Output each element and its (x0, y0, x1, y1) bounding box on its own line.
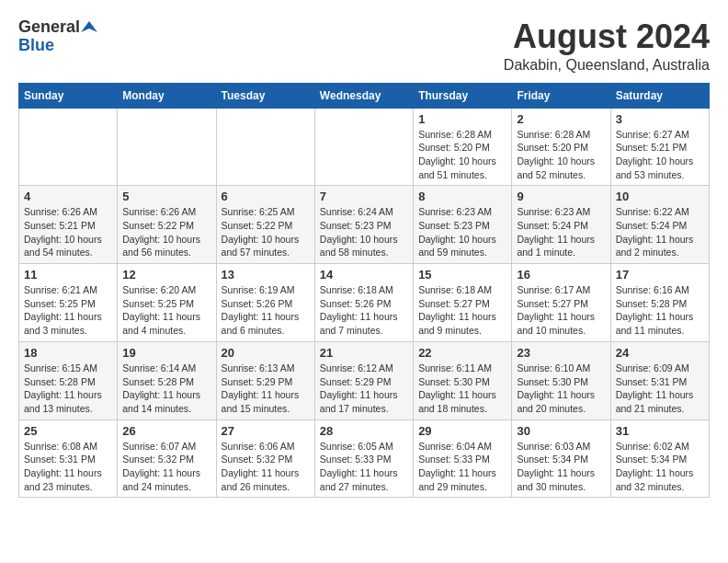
day-number: 20 (222, 346, 310, 360)
sunset-label: Sunset: 5:31 PM (616, 376, 688, 387)
sunrise-label: Sunrise: 6:03 AM (517, 441, 590, 452)
daylight-label: Daylight: 11 hours and 10 minutes. (517, 311, 595, 336)
day-number: 12 (122, 268, 210, 282)
calendar-cell: 31Sunrise: 6:02 AMSunset: 5:34 PMDayligh… (610, 419, 709, 498)
column-header-sunday: Sunday (19, 83, 118, 108)
calendar-cell: 3Sunrise: 6:27 AMSunset: 5:21 PMDaylight… (610, 108, 709, 186)
sunrise-label: Sunrise: 6:23 AM (517, 206, 590, 217)
calendar-cell: 7Sunrise: 6:24 AMSunset: 5:23 PMDaylight… (314, 186, 413, 264)
daylight-label: Daylight: 11 hours and 15 minutes. (222, 389, 300, 414)
sunrise-label: Sunrise: 6:28 AM (418, 129, 492, 140)
sunset-label: Sunset: 5:27 PM (418, 298, 490, 309)
logo: General Blue (18, 18, 97, 55)
calendar-cell: 14Sunrise: 6:18 AMSunset: 5:26 PMDayligh… (314, 264, 413, 342)
day-info: Sunrise: 6:09 AMSunset: 5:31 PMDaylight:… (616, 362, 704, 416)
calendar-cell: 24Sunrise: 6:09 AMSunset: 5:31 PMDayligh… (610, 341, 709, 419)
day-info: Sunrise: 6:13 AMSunset: 5:29 PMDaylight:… (222, 362, 310, 416)
calendar-cell: 17Sunrise: 6:16 AMSunset: 5:28 PMDayligh… (610, 264, 709, 342)
calendar-cell: 13Sunrise: 6:19 AMSunset: 5:26 PMDayligh… (216, 264, 314, 342)
calendar-cell: 12Sunrise: 6:20 AMSunset: 5:25 PMDayligh… (118, 264, 216, 342)
daylight-label: Daylight: 11 hours and 14 minutes. (122, 389, 200, 414)
sunrise-label: Sunrise: 6:07 AM (122, 441, 196, 452)
calendar-cell: 5Sunrise: 6:26 AMSunset: 5:22 PMDaylight… (118, 186, 216, 264)
daylight-label: Daylight: 10 hours and 54 minutes. (24, 234, 102, 259)
calendar-cell: 25Sunrise: 6:08 AMSunset: 5:31 PMDayligh… (19, 419, 118, 498)
sunset-label: Sunset: 5:32 PM (122, 454, 194, 465)
calendar-cell: 23Sunrise: 6:10 AMSunset: 5:30 PMDayligh… (512, 341, 610, 419)
sunset-label: Sunset: 5:22 PM (122, 220, 194, 231)
sunrise-label: Sunrise: 6:28 AM (517, 129, 590, 140)
sunrise-label: Sunrise: 6:16 AM (616, 284, 689, 295)
daylight-label: Daylight: 11 hours and 26 minutes. (222, 467, 300, 492)
sunset-label: Sunset: 5:25 PM (122, 298, 194, 309)
sunset-label: Sunset: 5:26 PM (222, 298, 293, 309)
daylight-label: Daylight: 11 hours and 21 minutes. (616, 389, 694, 414)
sunrise-label: Sunrise: 6:12 AM (320, 362, 393, 373)
day-number: 31 (616, 424, 704, 438)
calendar-cell: 11Sunrise: 6:21 AMSunset: 5:25 PMDayligh… (19, 264, 118, 342)
daylight-label: Daylight: 11 hours and 3 minutes. (24, 311, 102, 336)
daylight-label: Daylight: 10 hours and 52 minutes. (517, 155, 595, 180)
calendar-cell: 8Sunrise: 6:23 AMSunset: 5:23 PMDaylight… (414, 186, 512, 264)
day-info: Sunrise: 6:12 AMSunset: 5:29 PMDaylight:… (320, 362, 408, 416)
day-info: Sunrise: 6:04 AMSunset: 5:33 PMDaylight:… (418, 440, 506, 494)
sunset-label: Sunset: 5:24 PM (616, 220, 688, 231)
svg-marker-0 (81, 21, 97, 32)
day-number: 1 (418, 112, 506, 126)
day-number: 2 (517, 112, 605, 126)
day-info: Sunrise: 6:15 AMSunset: 5:28 PMDaylight:… (24, 362, 112, 416)
sunset-label: Sunset: 5:33 PM (418, 454, 490, 465)
sunrise-label: Sunrise: 6:05 AM (320, 441, 393, 452)
daylight-label: Daylight: 11 hours and 1 minute. (517, 234, 595, 259)
sunrise-label: Sunrise: 6:15 AM (24, 362, 97, 373)
sunset-label: Sunset: 5:20 PM (517, 142, 588, 153)
sunrise-label: Sunrise: 6:18 AM (418, 284, 492, 295)
day-info: Sunrise: 6:03 AMSunset: 5:34 PMDaylight:… (517, 440, 605, 494)
sunrise-label: Sunrise: 6:17 AM (517, 284, 590, 295)
sunrise-label: Sunrise: 6:21 AM (24, 284, 97, 295)
daylight-label: Daylight: 11 hours and 7 minutes. (320, 311, 398, 336)
sunset-label: Sunset: 5:28 PM (122, 376, 194, 387)
calendar-cell: 15Sunrise: 6:18 AMSunset: 5:27 PMDayligh… (414, 264, 512, 342)
calendar-cell: 29Sunrise: 6:04 AMSunset: 5:33 PMDayligh… (414, 419, 512, 498)
sunrise-label: Sunrise: 6:02 AM (616, 441, 689, 452)
daylight-label: Daylight: 11 hours and 4 minutes. (122, 311, 200, 336)
calendar-cell (314, 108, 413, 186)
calendar-cell: 26Sunrise: 6:07 AMSunset: 5:32 PMDayligh… (118, 419, 216, 498)
day-info: Sunrise: 6:27 AMSunset: 5:21 PMDaylight:… (616, 128, 704, 182)
day-info: Sunrise: 6:05 AMSunset: 5:33 PMDaylight:… (320, 440, 408, 494)
sunrise-label: Sunrise: 6:19 AM (222, 284, 295, 295)
day-number: 15 (418, 268, 506, 282)
daylight-label: Daylight: 10 hours and 57 minutes. (222, 234, 300, 259)
sunset-label: Sunset: 5:26 PM (320, 298, 392, 309)
calendar-cell: 10Sunrise: 6:22 AMSunset: 5:24 PMDayligh… (610, 186, 709, 264)
day-info: Sunrise: 6:19 AMSunset: 5:26 PMDaylight:… (222, 283, 310, 338)
day-info: Sunrise: 6:14 AMSunset: 5:28 PMDaylight:… (122, 362, 210, 416)
daylight-label: Daylight: 11 hours and 11 minutes. (616, 311, 694, 336)
month-title: August 2024 (504, 18, 710, 55)
sunrise-label: Sunrise: 6:14 AM (122, 362, 196, 373)
day-number: 16 (517, 268, 605, 282)
sunrise-label: Sunrise: 6:26 AM (122, 206, 196, 217)
daylight-label: Daylight: 10 hours and 51 minutes. (418, 155, 496, 180)
sunrise-label: Sunrise: 6:26 AM (24, 206, 97, 217)
day-info: Sunrise: 6:28 AMSunset: 5:20 PMDaylight:… (418, 128, 506, 182)
sunset-label: Sunset: 5:34 PM (517, 454, 588, 465)
day-info: Sunrise: 6:07 AMSunset: 5:32 PMDaylight:… (122, 440, 210, 494)
sunset-label: Sunset: 5:30 PM (418, 376, 490, 387)
sunset-label: Sunset: 5:33 PM (320, 454, 392, 465)
sunrise-label: Sunrise: 6:09 AM (616, 362, 689, 373)
sunset-label: Sunset: 5:31 PM (24, 454, 96, 465)
daylight-label: Daylight: 11 hours and 24 minutes. (122, 467, 200, 492)
week-row-4: 18Sunrise: 6:15 AMSunset: 5:28 PMDayligh… (19, 341, 710, 419)
week-row-2: 4Sunrise: 6:26 AMSunset: 5:21 PMDaylight… (19, 186, 710, 264)
day-number: 10 (616, 190, 704, 203)
daylight-label: Daylight: 11 hours and 23 minutes. (24, 467, 102, 492)
day-info: Sunrise: 6:25 AMSunset: 5:22 PMDaylight:… (222, 205, 310, 259)
logo-blue: Blue (18, 37, 97, 55)
location-title: Dakabin, Queensland, Australia (504, 57, 710, 74)
title-area: August 2024 Dakabin, Queensland, Austral… (504, 18, 710, 74)
calendar-cell (19, 108, 118, 186)
sunrise-label: Sunrise: 6:18 AM (320, 284, 393, 295)
calendar-cell: 9Sunrise: 6:23 AMSunset: 5:24 PMDaylight… (512, 186, 610, 264)
